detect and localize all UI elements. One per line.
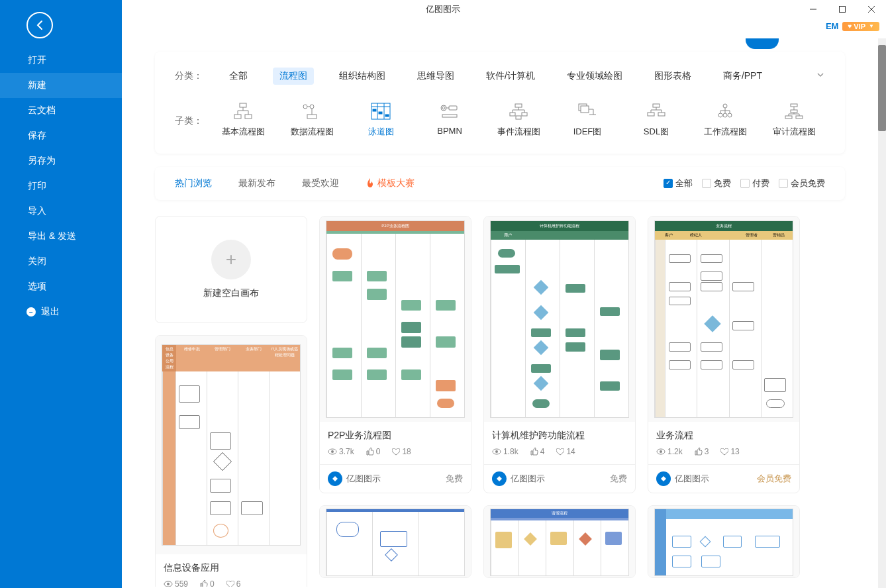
plus-icon: + [211,240,251,279]
svg-rect-5 [234,115,241,119]
svg-point-18 [442,107,445,109]
svg-rect-4 [240,103,246,107]
minimize-button[interactable] [799,0,828,19]
sidebar: 打开 新建 云文档 保存 另存为 打印 导入 导出 & 发送 关闭 选项 − 退… [0,0,122,588]
category-graphics[interactable]: 图形表格 [648,68,698,85]
new-blank-card[interactable]: + 新建空白画布 [155,216,307,323]
sidebar-item-new[interactable]: 新建 [0,73,122,98]
template-card-1[interactable]: P2P业务流程图 [319,216,471,493]
scrollbar-thumb[interactable] [878,45,886,131]
flame-icon [366,178,375,189]
subcat-data-flow[interactable]: 数据流程图 [282,102,342,138]
em-badge: EM [826,21,839,31]
sidebar-item-save[interactable]: 保存 [0,123,122,148]
workflow-icon [714,102,736,121]
price-member[interactable]: 会员免费 [779,177,825,189]
svg-rect-35 [791,110,797,113]
category-professional[interactable]: 专业领域绘图 [560,68,629,85]
template-thumb: 信息设备公用流程维修申批管理部门业务部门IT人员现场或远程处理问题 [156,336,307,554]
back-button[interactable] [26,12,53,38]
template-card-partial-2[interactable]: 请假流程 [483,505,636,578]
category-panel: 分类： 全部 流程图 组织结构图 思维导图 软件/计算机 专业领域绘图 图形表格… [155,52,845,154]
subcat-event-flow[interactable]: 事件流程图 [489,102,548,138]
card-title: 计算机维护跨功能流程 [492,430,627,442]
svg-point-39 [167,583,170,585]
svg-rect-6 [245,115,252,119]
svg-rect-20 [442,115,457,117]
svg-point-45 [660,450,662,453]
subcat-idef[interactable]: IDEF图 [558,102,617,138]
sidebar-item-print[interactable]: 打印 [0,173,122,199]
svg-rect-1 [840,7,846,13]
svg-rect-28 [648,113,654,116]
svg-rect-23 [522,113,527,116]
subcat-workflow[interactable]: 工作流程图 [695,102,755,138]
sidebar-item-logout[interactable]: − 退出 [0,299,122,324]
vip-badge[interactable]: ♥VIP▼ [842,22,879,31]
subcat-basic-flow[interactable]: 基本流程图 [213,102,273,138]
filter-liked[interactable]: 最受欢迎 [302,175,339,192]
category-flowchart[interactable]: 流程图 [273,68,314,85]
data-flow-icon [301,102,323,121]
filter-latest[interactable]: 最新发布 [238,175,275,192]
logout-icon: − [26,307,36,317]
card-title: P2P业务流程图 [328,430,463,442]
svg-rect-16 [385,115,389,117]
svg-rect-21 [515,104,522,107]
subcategory-row: 子类： 基本流程图 数据流程图 泳道图 BPMN 事件流程图 [175,102,825,138]
svg-rect-15 [379,112,382,114]
subcat-bpmn[interactable]: BPMN [420,102,479,136]
hearts-stat: 6 [226,579,241,587]
category-business[interactable]: 商务/PPT [716,68,769,85]
card-title: 信息设备应用 [164,562,299,574]
maximize-button[interactable] [828,0,857,19]
filter-popular[interactable]: 热门浏览 [175,175,212,192]
category-all[interactable]: 全部 [222,68,254,85]
price-paid[interactable]: 付费 [740,177,769,189]
title-bar: 亿图图示 [0,0,886,19]
svg-rect-9 [307,115,317,119]
template-card-3[interactable]: 业务流程 客户经纪人管理者营销员 [648,216,800,493]
window-controls [799,0,886,19]
svg-point-7 [303,105,307,109]
sidebar-item-options[interactable]: 选项 [0,274,122,299]
price-all[interactable]: 全部 [664,177,693,189]
account-badges[interactable]: EM ♥VIP▼ [826,21,879,31]
bpmn-icon [438,102,461,121]
subcategory-label: 子类： [175,115,204,127]
template-thumb: 计算机维护跨功能流程 用户 [484,217,635,422]
category-orgchart[interactable]: 组织结构图 [332,68,392,85]
svg-rect-27 [653,104,660,107]
template-thumb: P2P业务流程图 [320,217,471,422]
sdl-icon [645,102,667,121]
category-row: 分类： 全部 流程图 组织结构图 思维导图 软件/计算机 专业领域绘图 图形表格… [175,68,825,85]
price-free[interactable]: 免费 [702,177,731,189]
svg-point-43 [495,450,498,453]
sidebar-item-open[interactable]: 打开 [0,48,122,73]
svg-rect-29 [658,113,665,116]
template-card-0[interactable]: 信息设备公用流程维修申批管理部门业务部门IT人员现场或远程处理问题 [155,335,307,587]
filter-contest[interactable]: 模板大赛 [366,175,415,192]
sidebar-item-saveas[interactable]: 另存为 [0,148,122,173]
subcat-sdl[interactable]: SDL图 [626,102,686,138]
search-button-partial[interactable] [746,38,779,49]
sidebar-item-close[interactable]: 关闭 [0,249,122,274]
sidebar-item-import[interactable]: 导入 [0,199,122,224]
likes-stat: 0 [200,579,215,587]
template-card-partial-1[interactable] [319,505,471,578]
category-mindmap[interactable]: 思维导图 [411,68,461,85]
category-software[interactable]: 软件/计算机 [479,68,542,85]
app-title: 亿图图示 [426,3,460,15]
sidebar-item-cloud[interactable]: 云文档 [0,98,122,123]
template-card-2[interactable]: 计算机维护跨功能流程 用户 [483,216,636,493]
svg-rect-19 [449,106,457,110]
template-card-partial-3[interactable] [648,505,800,578]
subcat-swimlane[interactable]: 泳道图 [351,102,411,138]
sidebar-item-export[interactable]: 导出 & 发送 [0,224,122,249]
close-button[interactable] [857,0,886,19]
category-label: 分类： [175,70,204,82]
subcat-audit[interactable]: 审计流程图 [764,102,824,138]
scrollbar[interactable] [878,38,886,588]
chevron-down-icon[interactable] [816,70,825,82]
svg-point-8 [310,105,314,109]
